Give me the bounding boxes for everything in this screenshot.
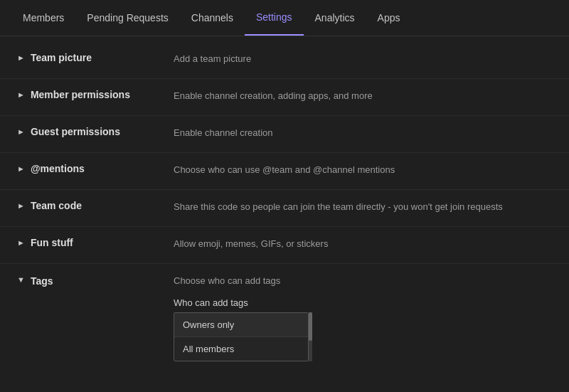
chevron-right-icon: ► bbox=[17, 127, 25, 136]
tags-description: Choose who can add tags bbox=[174, 274, 552, 286]
scrollbar-thumb[interactable] bbox=[309, 312, 312, 341]
nav-pending-requests[interactable]: Pending Requests bbox=[75, 0, 179, 36]
team-code-title: Team code bbox=[31, 200, 82, 211]
tags-title: Tags bbox=[31, 275, 53, 287]
tags-dropdown[interactable]: Owners only All members bbox=[174, 312, 309, 361]
dropdown-option-owners[interactable]: Owners only bbox=[174, 313, 308, 337]
fun-stuff-left: ► Fun stuff bbox=[17, 237, 174, 248]
team-code-row[interactable]: ► Team code Share this code so people ca… bbox=[0, 190, 569, 227]
mentions-left: ► @mentions bbox=[17, 163, 174, 174]
team-code-left: ► Team code bbox=[17, 200, 174, 211]
chevron-down-icon: ▼ bbox=[17, 275, 25, 284]
chevron-right-icon: ► bbox=[17, 53, 25, 62]
dropdown-option-all-members[interactable]: All members bbox=[174, 337, 308, 361]
member-permissions-row[interactable]: ► Member permissions Enable channel crea… bbox=[0, 79, 569, 116]
chevron-right-icon: ► bbox=[17, 90, 25, 99]
settings-content: ► Team picture Add a team picture ► Memb… bbox=[0, 36, 569, 392]
guest-permissions-title: Guest permissions bbox=[31, 126, 120, 137]
mentions-description: Choose who can use @team and @channel me… bbox=[174, 163, 395, 175]
team-picture-description: Add a team picture bbox=[174, 52, 251, 64]
nav-settings[interactable]: Settings bbox=[245, 0, 304, 36]
dropdown-wrapper: Owners only All members bbox=[174, 312, 552, 361]
tags-row[interactable]: ▼ Tags Choose who can add tags Who can a… bbox=[0, 264, 569, 371]
tags-left: ▼ Tags bbox=[17, 274, 174, 287]
guest-permissions-description: Enable channel creation bbox=[174, 126, 273, 138]
guest-permissions-row[interactable]: ► Guest permissions Enable channel creat… bbox=[0, 116, 569, 153]
team-picture-title: Team picture bbox=[31, 52, 92, 63]
member-permissions-title: Member permissions bbox=[31, 89, 130, 100]
fun-stuff-row[interactable]: ► Fun stuff Allow emoji, memes, GIFs, or… bbox=[0, 227, 569, 264]
mentions-row[interactable]: ► @mentions Choose who can use @team and… bbox=[0, 153, 569, 190]
member-permissions-left: ► Member permissions bbox=[17, 89, 174, 100]
team-picture-row[interactable]: ► Team picture Add a team picture bbox=[0, 42, 569, 79]
dropdown-label: Who can add tags bbox=[174, 297, 552, 308]
nav-analytics[interactable]: Analytics bbox=[304, 0, 366, 36]
chevron-right-icon: ► bbox=[17, 238, 25, 247]
team-code-description: Share this code so people can join the t… bbox=[174, 200, 503, 212]
fun-stuff-title: Fun stuff bbox=[31, 237, 73, 248]
mentions-title: @mentions bbox=[31, 163, 85, 174]
tags-expanded-content: Choose who can add tags Who can add tags… bbox=[174, 274, 552, 361]
chevron-right-icon: ► bbox=[17, 201, 25, 210]
nav-members[interactable]: Members bbox=[11, 0, 75, 36]
nav-channels[interactable]: Channels bbox=[180, 0, 245, 36]
dropdown-scrollbar[interactable] bbox=[309, 312, 312, 361]
team-picture-left: ► Team picture bbox=[17, 52, 174, 63]
chevron-right-icon: ► bbox=[17, 164, 25, 173]
top-navigation: Members Pending Requests Channels Settin… bbox=[0, 0, 569, 36]
nav-apps[interactable]: Apps bbox=[366, 0, 412, 36]
fun-stuff-description: Allow emoji, memes, GIFs, or stickers bbox=[174, 237, 328, 249]
guest-permissions-left: ► Guest permissions bbox=[17, 126, 174, 137]
member-permissions-description: Enable channel creation, adding apps, an… bbox=[174, 89, 373, 101]
